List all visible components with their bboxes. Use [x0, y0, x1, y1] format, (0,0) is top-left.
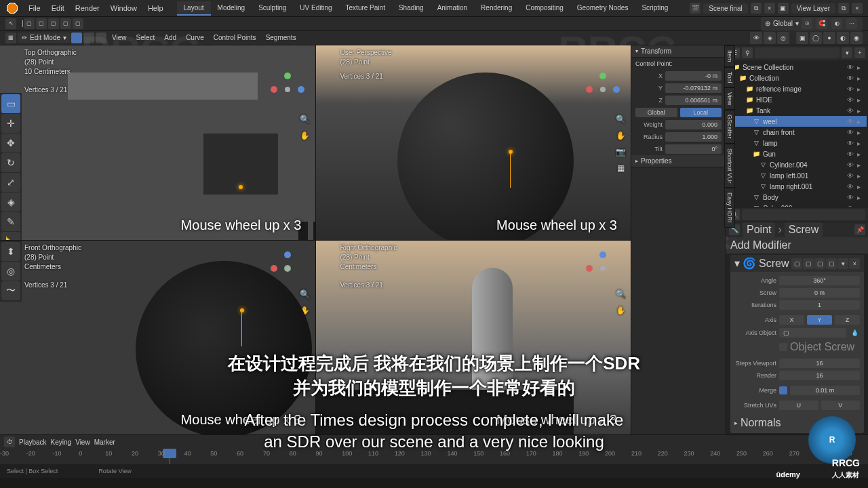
viewport-user[interactable]: User Perspective (28) Point Vertices 3 /… — [316, 45, 631, 240]
space-local-btn[interactable]: Local — [680, 108, 722, 117]
zoom-icon[interactable]: 🔍 — [299, 288, 311, 300]
prop-tab-point[interactable]: Point — [743, 222, 775, 237]
outliner-item[interactable]: ▽Cylinder.004👁▸ — [728, 159, 867, 170]
cursor-tool[interactable]: ✛ — [1, 114, 20, 133]
delete-layer-icon[interactable]: × — [852, 3, 863, 14]
transform-x-field[interactable]: -0 m — [665, 71, 722, 81]
prop-tab-screw[interactable]: Screw — [785, 222, 823, 237]
edge-select-mode[interactable] — [83, 33, 94, 43]
view-layer-field[interactable]: View Layer — [791, 3, 835, 14]
delete-scene-icon[interactable]: × — [764, 3, 775, 14]
radius-field[interactable]: 1.000 — [665, 132, 722, 142]
workspace-tab-uv[interactable]: UV Editing — [293, 1, 338, 16]
outliner-find-icon[interactable]: ⚲ — [742, 47, 753, 58]
select-box-tool[interactable]: ▭ — [1, 94, 20, 113]
steps-render-field[interactable]: 16 — [779, 371, 860, 380]
outliner-item[interactable]: 📁Scene Collection👁▸ — [728, 62, 867, 73]
weight-field[interactable]: 0.000 — [665, 120, 722, 129]
transform-tool[interactable]: ◈ — [1, 192, 20, 211]
mod-close-icon[interactable]: × — [849, 258, 860, 269]
zoom-icon[interactable]: 🔍 — [614, 113, 627, 125]
n-tab-hdri[interactable]: Easy HDRI — [724, 188, 735, 228]
solid-shading-icon[interactable]: ● — [823, 32, 835, 44]
axis-y-btn[interactable]: Y — [807, 315, 832, 325]
tilt-field[interactable]: 0° — [665, 144, 722, 154]
pivot-icon[interactable]: ⊙ — [802, 18, 812, 29]
new-layer-icon[interactable]: ⧉ — [838, 3, 849, 14]
vertex-select-mode[interactable] — [71, 33, 82, 43]
snap-icon[interactable]: 🧲 — [816, 18, 827, 29]
persp-icon[interactable]: ▦ — [614, 162, 627, 174]
scale-tool[interactable]: ⤢ — [1, 173, 20, 192]
visibility-icon[interactable]: 👁 — [750, 32, 762, 44]
radius-tool[interactable]: ◎ — [1, 262, 20, 281]
editor-type-icon[interactable]: ▦ — [5, 33, 16, 43]
object-screw-checkbox[interactable] — [779, 343, 787, 351]
select-mode-2-icon[interactable]: ▢ — [36, 18, 47, 29]
select-mode-1-icon[interactable]: ▢ — [24, 18, 35, 29]
move-tool[interactable]: ✥ — [1, 134, 20, 152]
mod-editmode-icon[interactable]: ▢ — [814, 258, 825, 269]
outliner-item[interactable]: 📁Tank👁▸ — [728, 105, 867, 116]
properties-panel-header[interactable]: ▸Properties — [631, 155, 726, 167]
xray-icon[interactable]: ▣ — [796, 32, 808, 44]
rotate-tool[interactable]: ↻ — [1, 153, 20, 172]
steps-viewport-field[interactable]: 16 — [779, 359, 860, 368]
n-tab-item[interactable]: Item — [724, 45, 735, 67]
merge-checkbox[interactable] — [779, 386, 787, 394]
orientation-dropdown-icon[interactable]: ▾ — [795, 20, 799, 27]
add-menu[interactable]: Add — [159, 32, 181, 43]
nav-gizmo[interactable] — [271, 73, 304, 106]
outliner-item[interactable]: ▽lamp left.001👁▸ — [728, 170, 867, 181]
menu-help[interactable]: Help — [142, 2, 169, 14]
curve-tool[interactable]: 〜 — [1, 281, 20, 300]
outliner-item[interactable]: 📁refrence image👁▸ — [728, 83, 867, 94]
n-tab-shortcut[interactable]: Shortcut VUr — [724, 144, 735, 188]
viewport-right[interactable]: Right Orthographic (28) Point Centimeter… — [316, 241, 631, 435]
new-scene-icon[interactable]: ⧉ — [751, 3, 762, 14]
outliner-item[interactable]: 📁Gun👁▸ — [728, 148, 867, 159]
rendered-shading-icon[interactable]: ◉ — [850, 32, 863, 44]
segments-menu[interactable]: Segments — [261, 32, 301, 43]
pan-icon[interactable]: ✋ — [614, 304, 627, 317]
viewport-front[interactable]: ⬍ ◎ 〜 Front Orthographic (28) Point Cent… — [0, 241, 315, 435]
merge-field[interactable]: 0.01 m — [790, 386, 860, 395]
add-modifier-button[interactable]: Add Modifier — [726, 237, 868, 253]
timeline-playback-menu[interactable]: Playback — [19, 439, 47, 446]
modifier-name[interactable]: Screw — [759, 258, 789, 270]
mod-realtime-icon[interactable]: ▢ — [791, 258, 802, 269]
timeline-marker-menu[interactable]: Marker — [94, 439, 115, 446]
matprev-shading-icon[interactable]: ◐ — [837, 32, 849, 44]
workspace-tab-sculpting[interactable]: Sculpting — [252, 1, 293, 16]
outliner-item[interactable]: 📁Collection👁▸ — [728, 73, 867, 83]
menu-edit[interactable]: Edit — [46, 2, 70, 14]
outliner-search2[interactable] — [742, 209, 865, 220]
mod-iterations-field[interactable]: 1 — [779, 300, 860, 310]
workspace-tab-compositing[interactable]: Compositing — [519, 1, 570, 16]
select-menu[interactable]: Select — [132, 32, 160, 43]
timeline-keying-menu[interactable]: Keying — [51, 439, 72, 446]
pan-icon[interactable]: ✋ — [614, 129, 627, 142]
measure-tool[interactable]: 📐 — [1, 232, 20, 240]
zoom-icon[interactable]: 🔍 — [614, 288, 627, 300]
face-select-mode[interactable] — [96, 33, 106, 43]
outliner-item[interactable]: ▽lamp right.001👁▸ — [728, 181, 867, 192]
mod-cage-icon[interactable]: ▢ — [826, 258, 837, 269]
outliner-item[interactable]: ▽weel👁▸ — [728, 116, 867, 127]
annotate-tool[interactable]: ✎ — [1, 212, 20, 231]
wireframe-shading-icon[interactable]: ◯ — [810, 32, 822, 44]
axis-z-btn[interactable]: Z — [835, 315, 860, 325]
transform-y-field[interactable]: -0.079132 m — [665, 83, 722, 93]
axis-x-btn[interactable]: X — [779, 315, 804, 325]
orientation-select[interactable]: Global — [773, 20, 793, 27]
workspace-tab-geonodes[interactable]: Geometry Nodes — [570, 1, 635, 16]
cursor-tool-icon[interactable]: ↖ — [5, 18, 16, 29]
workspace-tab-texpaint[interactable]: Texture Paint — [339, 1, 392, 16]
workspace-tab-modeling[interactable]: Modeling — [211, 1, 252, 16]
select-mode-5-icon[interactable]: ▢ — [73, 18, 83, 29]
control-points-menu[interactable]: Control Points — [209, 32, 261, 43]
viewport-top[interactable]: ▭ ✛ ✥ ↻ ⤢ ◈ ✎ 📐 ⬆ 〰 ↺ Top Orthographic (… — [0, 45, 315, 240]
axis-object-field[interactable]: ▢ — [779, 328, 846, 338]
outliner-item[interactable]: ▽Body👁▸ — [728, 192, 867, 203]
zoom-icon[interactable]: 🔍 — [299, 113, 311, 125]
